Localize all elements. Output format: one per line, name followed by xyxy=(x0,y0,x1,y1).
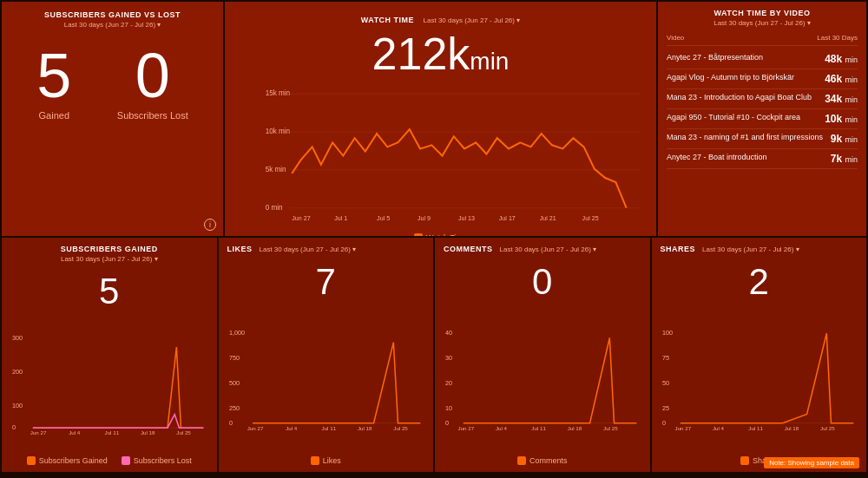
subscribers-summary-subtitle[interactable]: Last 30 days (Jun 27 - Jul 26) xyxy=(14,21,211,29)
legend-dot-shares xyxy=(740,456,749,465)
subscribers-summary-title: SUBSCRIBERS GAINED VS LOST xyxy=(14,10,211,19)
video-name-2: Agapi Vlog - Autumn trip to Björkskär xyxy=(667,73,825,83)
watch-time-video-panel: WATCH TIME BY VIDEO Last 30 days (Jun 27… xyxy=(658,2,866,236)
video-row-3: Mana 23 - Introduction to Agapi Boat Clu… xyxy=(667,89,858,109)
watch-time-title: WATCH TIME xyxy=(361,16,414,24)
watch-time-panel: WATCH TIME Last 30 days (Jun 27 - Jul 26… xyxy=(225,2,656,236)
subscribers-gained-chart: 300 200 100 0 Jun 27 Jul 4 Jul 11 Jul 18… xyxy=(10,313,208,453)
likes-subtitle[interactable]: Last 30 days (Jun 27 - Jul 26) xyxy=(260,246,357,253)
svg-text:Jun 27: Jun 27 xyxy=(292,215,310,222)
comments-value: 0 xyxy=(444,264,641,300)
svg-text:750: 750 xyxy=(229,354,240,362)
svg-text:40: 40 xyxy=(445,329,452,337)
video-row-6: Anytec 27 - Boat introduction 7k min xyxy=(667,149,858,169)
lost-stat: 0 Subscribers Lost xyxy=(117,44,188,121)
bottom-row: SUBSCRIBERS GAINED Last 30 days (Jun 27 … xyxy=(2,238,866,472)
likes-panel: LIKES Last 30 days (Jun 27 - Jul 26) 7 1… xyxy=(219,238,434,472)
svg-text:Jul 11: Jul 11 xyxy=(531,425,546,431)
subscribers-gained-value: 5 xyxy=(10,273,208,310)
gained-lost-row: 5 Gained 0 Subscribers Lost xyxy=(14,44,211,227)
video-table-header: Video Last 30 Days xyxy=(667,34,858,46)
legend-dot-gained xyxy=(27,456,36,465)
watch-time-subtitle[interactable]: Last 30 days (Jun 27 - Jul 26) xyxy=(424,16,521,24)
legend-gained: Subscribers Gained xyxy=(27,456,108,465)
shares-value: 2 xyxy=(661,264,858,300)
comments-subtitle[interactable]: Last 30 days (Jun 27 - Jul 26) xyxy=(500,246,597,253)
svg-text:0: 0 xyxy=(445,419,449,427)
svg-text:Jul 13: Jul 13 xyxy=(458,215,475,222)
legend-dot-lost xyxy=(122,456,130,465)
svg-text:Jul 18: Jul 18 xyxy=(141,429,155,435)
subscribers-gained-svg: 300 200 100 0 Jun 27 Jul 4 Jul 11 Jul 18… xyxy=(10,313,208,453)
gained-label: Gained xyxy=(36,110,71,121)
video-stat-1: 48k min xyxy=(825,53,858,65)
svg-text:Jul 11: Jul 11 xyxy=(748,425,763,431)
svg-text:250: 250 xyxy=(229,404,240,412)
legend-comments: Comments xyxy=(517,456,568,465)
shares-chart: 100 75 50 25 0 Jun 27 Jul 4 Jul 11 Jul 1… xyxy=(661,304,858,453)
svg-text:15k min: 15k min xyxy=(266,89,291,97)
svg-text:Jun 27: Jun 27 xyxy=(674,425,691,431)
svg-text:300: 300 xyxy=(12,334,23,342)
svg-text:Jun 27: Jun 27 xyxy=(30,429,47,435)
legend-lost-bottom: Subscribers Lost xyxy=(122,456,192,465)
sample-note: Note: Showing sample data xyxy=(764,457,859,468)
svg-text:0 min: 0 min xyxy=(266,204,283,212)
svg-text:Jul 11: Jul 11 xyxy=(105,429,120,435)
svg-text:Jul 25: Jul 25 xyxy=(393,425,408,431)
svg-text:100: 100 xyxy=(12,402,23,409)
svg-text:Jul 4: Jul 4 xyxy=(496,425,508,431)
svg-text:Jul 4: Jul 4 xyxy=(69,429,81,435)
likes-title: LIKES xyxy=(227,245,253,253)
subscribers-summary-panel: SUBSCRIBERS GAINED VS LOST Last 30 days … xyxy=(2,2,223,236)
subscribers-gained-legend: Subscribers Gained Subscribers Lost xyxy=(10,456,208,465)
subscribers-gained-subtitle[interactable]: Last 30 days (Jun 27 - Jul 26) xyxy=(10,255,208,263)
svg-text:30: 30 xyxy=(445,354,452,362)
svg-text:Jul 25: Jul 25 xyxy=(820,425,835,431)
watch-time-svg: 15k min 10k min 5k min 0 min Jun 27 Jul … xyxy=(237,85,644,226)
svg-text:1,000: 1,000 xyxy=(229,329,245,337)
svg-text:25: 25 xyxy=(662,404,669,412)
video-name-4: Agapi 950 - Tutorial #10 - Cockpit area xyxy=(667,113,825,123)
svg-text:Jul 18: Jul 18 xyxy=(784,425,799,431)
svg-text:Jul 1: Jul 1 xyxy=(334,215,347,222)
shares-title: SHARES xyxy=(661,245,696,253)
subscribers-gained-panel: SUBSCRIBERS GAINED Last 30 days (Jun 27 … xyxy=(2,238,217,472)
shares-subtitle[interactable]: Last 30 days (Jun 27 - Jul 26) xyxy=(702,246,799,253)
watch-time-video-subtitle[interactable]: Last 30 days (Jun 27 - Jul 26) xyxy=(667,19,858,27)
svg-text:Jun 27: Jun 27 xyxy=(247,425,263,431)
subscribers-gained-title: SUBSCRIBERS GAINED xyxy=(10,245,208,253)
info-icon[interactable]: i xyxy=(204,219,216,231)
legend-dot-watch-time xyxy=(414,233,423,236)
gained-number: 5 xyxy=(36,44,71,107)
watch-time-chart: 15k min 10k min 5k min 0 min Jun 27 Jul … xyxy=(237,85,644,230)
video-stat-5: 9k min xyxy=(831,133,858,145)
video-row-1: Anytec 27 - Båtpresentation 48k min xyxy=(667,49,858,69)
video-name-6: Anytec 27 - Boat introduction xyxy=(667,153,831,163)
svg-text:0: 0 xyxy=(662,419,666,427)
comments-panel: COMMENTS Last 30 days (Jun 27 - Jul 26) … xyxy=(435,238,650,472)
video-name-3: Mana 23 - Introduction to Agapi Boat Clu… xyxy=(667,93,825,103)
video-name-1: Anytec 27 - Båtpresentation xyxy=(667,53,825,63)
svg-text:Jul 25: Jul 25 xyxy=(176,429,191,435)
svg-text:Jul 4: Jul 4 xyxy=(712,425,724,431)
svg-text:0: 0 xyxy=(229,419,233,427)
video-table-body: Anytec 27 - Båtpresentation 48k min Agap… xyxy=(667,49,858,169)
watch-time-legend: Watch Time xyxy=(237,233,644,236)
comments-svg: 40 30 20 10 0 Jun 27 Jul 4 Jul 11 Jul 18… xyxy=(444,304,641,453)
comments-title: COMMENTS xyxy=(444,245,493,253)
svg-text:Jul 4: Jul 4 xyxy=(286,425,298,431)
svg-text:Jul 11: Jul 11 xyxy=(321,425,336,431)
video-row-5: Mana 23 - naming of #1 and first impress… xyxy=(667,129,858,149)
likes-legend: Likes xyxy=(227,456,425,465)
comments-legend: Comments xyxy=(444,456,641,465)
svg-text:5k min: 5k min xyxy=(266,166,286,174)
video-stat-3: 34k min xyxy=(825,93,858,105)
dashboard: SUBSCRIBERS GAINED VS LOST Last 30 days … xyxy=(0,0,868,478)
legend-dot-likes xyxy=(311,456,319,465)
svg-text:0: 0 xyxy=(12,423,16,431)
watch-time-big: 212kmin xyxy=(237,28,644,80)
lost-label: Subscribers Lost xyxy=(117,110,188,121)
likes-svg: 1,000 750 500 250 0 Jun 27 Jul 4 Jul 11 … xyxy=(227,304,425,453)
svg-text:10: 10 xyxy=(445,404,452,412)
